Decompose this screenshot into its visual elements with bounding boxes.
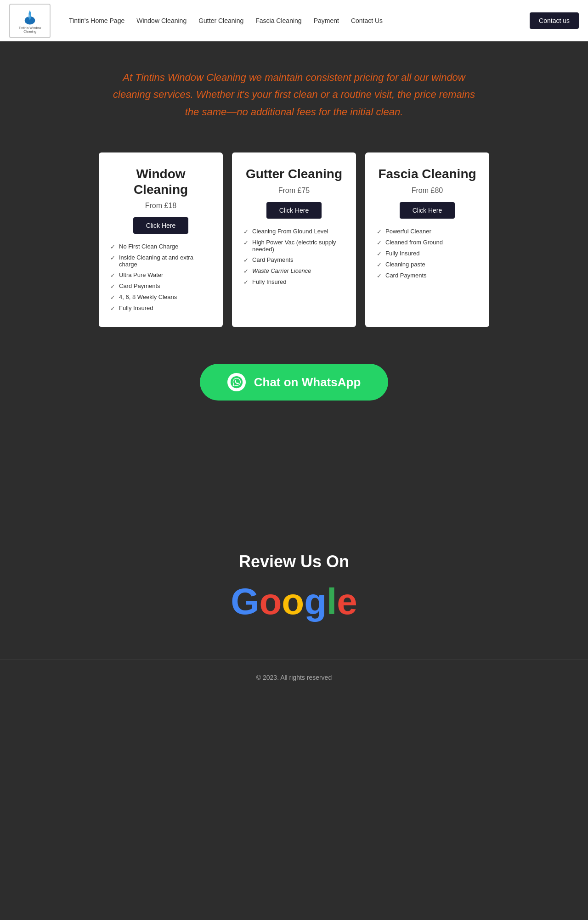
feature-text: Ultra Pure Water [119,271,163,278]
list-item: ✓ Fully Insured [243,278,345,286]
gutter-card-btn[interactable]: Click Here [266,202,322,219]
feature-text: Cleaning paste [385,261,425,268]
feature-text: Cleaning From Glound Level [252,228,328,235]
check-icon: ✓ [110,283,115,290]
contact-us-button[interactable]: Contact us [530,12,579,29]
logo[interactable]: Tintin's Window Cleaning [9,4,51,38]
google-letter-g2: g [304,581,327,623]
feature-text: Fully Insured [252,278,286,285]
hero-text: At Tintins Window Cleaning we maintain c… [106,69,482,120]
nav-payment[interactable]: Payment [309,14,344,27]
gutter-card-title: Gutter Cleaning [243,166,345,182]
check-icon: ✓ [377,250,382,257]
google-letter-e: e [337,581,357,623]
svg-point-1 [27,14,30,18]
feature-text: Waste Carrier Licence [252,267,311,274]
nav-home[interactable]: Tintin's Home Page [64,14,129,27]
gutter-cleaning-card: Gutter Cleaning From £75 Click Here ✓ Cl… [232,152,356,327]
list-item: ✓ Cleaned from Ground [377,239,478,246]
google-letter-o2: o [282,581,304,623]
list-item: ✓ Powerful Cleaner [377,228,478,235]
nav-contact[interactable]: Contact Us [346,14,387,27]
list-item: ✓ Inside Cleaning at and extra charge [110,254,211,268]
list-item: ✓ Fully Insured [377,250,478,257]
feature-text: Cleaned from Ground [385,239,443,246]
check-icon: ✓ [243,257,249,264]
window-cleaning-card: Window Cleaning From £18 Click Here ✓ No… [99,152,223,327]
feature-text: Card Payments [252,256,294,263]
list-item: ✓ Card Payments [110,282,211,290]
navbar: Tintin's Window Cleaning Tintin's Home P… [0,0,588,41]
spacer [0,423,588,515]
list-item: ✓ Fully Insured [110,305,211,312]
fascia-card-price: From £80 [377,186,478,195]
hero-section: At Tintins Window Cleaning we maintain c… [0,41,588,143]
whatsapp-section: Chat on WhatsApp [0,350,588,423]
feature-text: Fully Insured [385,250,419,257]
gutter-card-price: From £75 [243,186,345,195]
window-card-btn[interactable]: Click Here [133,217,189,234]
list-item: ✓ Waste Carrier Licence [243,267,345,275]
check-icon: ✓ [377,272,382,279]
google-letter-g: G [231,581,259,623]
check-icon: ✓ [243,279,249,286]
fascia-card-btn[interactable]: Click Here [400,202,455,219]
check-icon: ✓ [377,239,382,246]
list-item: ✓ Card Payments [243,256,345,264]
nav-gutter[interactable]: Gutter Cleaning [194,14,248,27]
google-logo[interactable]: G o o g l e [231,581,357,623]
check-icon: ✓ [243,268,249,275]
window-card-price: From £18 [110,202,211,210]
feature-text: Inside Cleaning at and extra charge [119,254,211,268]
window-features: ✓ No First Clean Charge ✓ Inside Cleanin… [110,243,211,312]
list-item: ✓ 4, 6, 8 Weekly Cleans [110,293,211,301]
check-icon: ✓ [110,272,115,279]
check-icon: ✓ [110,243,115,250]
footer: © 2023. All rights reserved [0,660,588,695]
check-icon: ✓ [377,261,382,268]
list-item: ✓ No First Clean Charge [110,243,211,250]
svg-point-2 [231,376,243,388]
list-item: ✓ Card Payments [377,272,478,279]
nav-fascia[interactable]: Fascia Cleaning [251,14,306,27]
pricing-cards: Window Cleaning From £18 Click Here ✓ No… [0,143,588,350]
list-item: ✓ High Power Vac (electric supply needed… [243,239,345,253]
gutter-features: ✓ Cleaning From Glound Level ✓ High Powe… [243,228,345,286]
feature-text: No First Clean Charge [119,243,178,250]
whatsapp-icon [227,373,246,391]
nav-links: Tintin's Home Page Window Cleaning Gutte… [64,14,530,27]
copyright-text: © 2023. All rights reserved [256,674,332,681]
logo-text: Tintin's Window Cleaning [12,26,48,34]
google-letter-l: l [327,581,337,623]
fascia-card-title: Fascia Cleaning [377,166,478,182]
feature-text: 4, 6, 8 Weekly Cleans [119,293,177,300]
whatsapp-button[interactable]: Chat on WhatsApp [200,364,389,401]
list-item: ✓ Ultra Pure Water [110,271,211,279]
check-icon: ✓ [110,294,115,301]
feature-text: Card Payments [119,282,160,289]
check-icon: ✓ [243,239,249,246]
feature-text: High Power Vac (electric supply needed) [252,239,345,253]
nav-window[interactable]: Window Cleaning [132,14,191,27]
list-item: ✓ Cleaning From Glound Level [243,228,345,235]
google-review-section: Review Us On G o o g l e [0,515,588,660]
list-item: ✓ Cleaning paste [377,261,478,268]
review-us-text: Review Us On [239,552,349,571]
fascia-cleaning-card: Fascia Cleaning From £80 Click Here ✓ Po… [365,152,489,327]
whatsapp-label: Chat on WhatsApp [254,375,361,389]
feature-text: Card Payments [385,272,427,279]
feature-text: Fully Insured [119,305,153,311]
check-icon: ✓ [110,254,115,261]
check-icon: ✓ [243,228,249,235]
feature-text: Powerful Cleaner [385,228,431,235]
fascia-features: ✓ Powerful Cleaner ✓ Cleaned from Ground… [377,228,478,279]
check-icon: ✓ [110,305,115,312]
check-icon: ✓ [377,228,382,235]
window-card-title: Window Cleaning [110,166,211,197]
google-letter-o1: o [259,581,282,623]
